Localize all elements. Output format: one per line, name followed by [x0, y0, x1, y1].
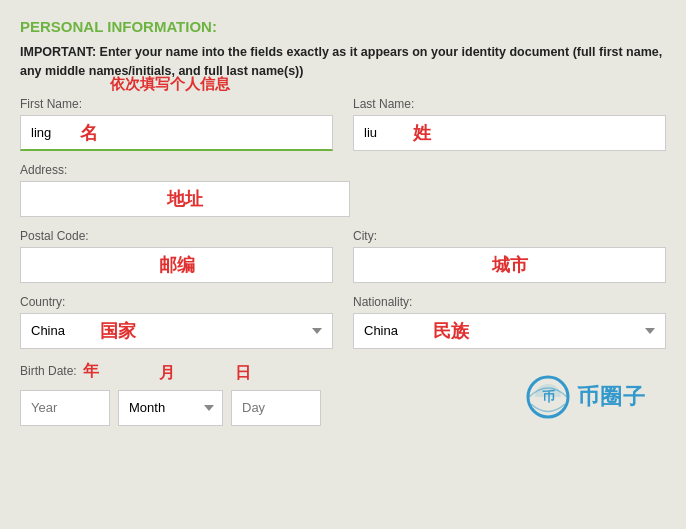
- postal-input[interactable]: [20, 247, 333, 283]
- country-select[interactable]: China USA UK Canada Australia: [20, 313, 333, 349]
- page-title: PERSONAL INFORMATION:: [20, 18, 666, 35]
- logo-icon: 币: [525, 374, 571, 420]
- last-name-label: Last Name:: [353, 97, 666, 111]
- first-name-input[interactable]: [20, 115, 333, 151]
- day-chinese: 日: [235, 363, 251, 384]
- month-chinese: 月: [159, 363, 175, 384]
- birthdate-label: Birth Date: 年: [20, 361, 99, 382]
- important-notice: IMPORTANT: Enter your name into the fiel…: [20, 43, 666, 81]
- birth-month-select[interactable]: Month January February March April May J…: [118, 390, 223, 426]
- city-input[interactable]: [353, 247, 666, 283]
- year-chinese: 年: [83, 361, 99, 382]
- city-label: City:: [353, 229, 666, 243]
- nationality-label: Nationality:: [353, 295, 666, 309]
- last-name-input[interactable]: [353, 115, 666, 151]
- logo-text: 币圈子: [577, 382, 646, 412]
- birth-year-input[interactable]: [20, 390, 110, 426]
- logo-area: 币 币圈子: [525, 374, 646, 420]
- postal-label: Postal Code:: [20, 229, 333, 243]
- first-name-label: First Name:: [20, 97, 333, 111]
- birth-day-input[interactable]: [231, 390, 321, 426]
- country-label: Country:: [20, 295, 333, 309]
- nationality-select[interactable]: China USA UK Canada Australia: [353, 313, 666, 349]
- address-input[interactable]: [20, 181, 350, 217]
- address-label: Address:: [20, 163, 350, 177]
- svg-text:币: 币: [542, 389, 555, 404]
